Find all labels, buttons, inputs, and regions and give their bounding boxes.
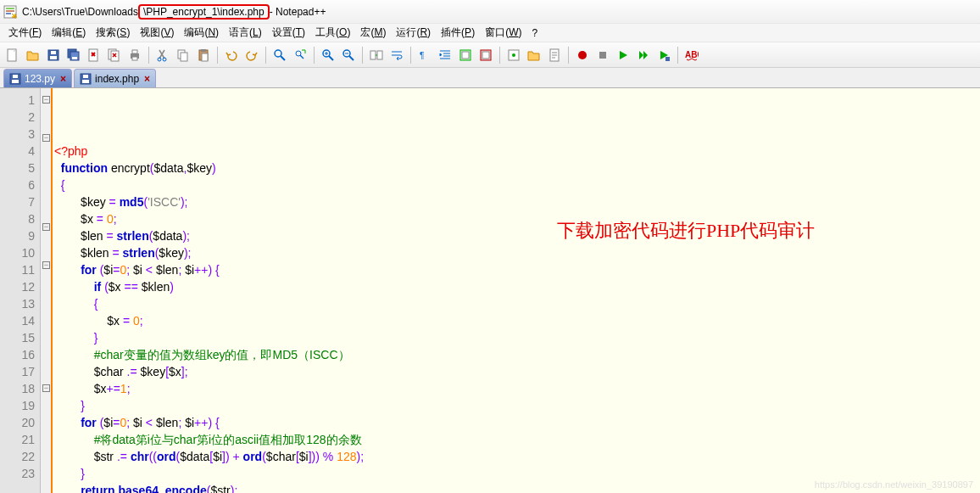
save-button[interactable] [44,46,63,64]
indent-button[interactable] [436,46,454,64]
unfold-button[interactable] [476,46,495,64]
save-all-button[interactable] [64,46,83,64]
close-all-button[interactable] [105,46,124,64]
record-button[interactable] [573,46,592,64]
tab-close-icon[interactable]: × [60,73,66,85]
toolbar-separator [568,47,569,64]
fold-button[interactable] [456,46,475,64]
code-line[interactable]: $x = 0; [54,210,980,227]
svg-rect-39 [599,52,606,59]
svg-rect-7 [51,51,56,54]
code-line[interactable]: $key = md5('ISCC'); [54,193,980,210]
new-file-button[interactable] [3,46,22,64]
redo-button[interactable] [242,46,261,64]
menu-item[interactable]: 工具(O) [310,24,355,42]
code-line[interactable]: { [54,295,980,312]
toolbar-separator [148,47,149,64]
tab[interactable]: index.php× [74,69,156,87]
toolbar-separator [314,47,315,64]
toolbar-separator [217,47,218,64]
line-number: 18 [0,380,35,397]
cut-button[interactable] [153,46,172,64]
word-wrap-button[interactable] [387,46,406,64]
menu-item[interactable]: 搜索(S) [91,24,135,42]
line-number: 13 [0,295,35,312]
open-file-button[interactable] [24,46,42,64]
paste-button[interactable] [194,46,213,64]
svg-point-24 [275,50,281,57]
menu-item[interactable]: 设置(T) [267,24,310,42]
code-line[interactable]: $len = strlen($data); [54,227,980,244]
menu-item[interactable]: 编辑(E) [47,24,91,42]
line-number: 10 [0,244,35,261]
svg-text:¶: ¶ [420,51,424,60]
code-line[interactable]: #char变量的值为数组key的值，即MD5（ISCC） [54,346,980,363]
undo-button[interactable] [222,46,241,64]
line-number: 17 [0,363,35,380]
code-line[interactable]: $x+=1; [54,380,980,397]
find-button[interactable] [270,46,289,64]
menu-item[interactable]: 宏(M) [355,24,391,42]
zoom-out-button[interactable] [339,46,358,64]
code-area[interactable]: <?php function encrypt($data,$key) { $ke… [51,88,980,493]
play-saved-button[interactable] [654,46,673,64]
tab-close-icon[interactable]: × [144,73,150,85]
menu-item[interactable]: 窗口(W) [480,24,526,42]
line-number: 9 [0,227,35,244]
svg-text:ABC: ABC [685,50,699,59]
code-line[interactable]: function encrypt($data,$key) [54,160,980,176]
tabbar: 123.py×index.php× [0,68,980,88]
menu-item[interactable]: 编码(N) [179,24,224,42]
code-line[interactable]: } [54,397,980,414]
svg-rect-20 [181,53,187,61]
code-line[interactable]: { [54,176,980,193]
svg-rect-2 [6,10,14,12]
code-line[interactable]: $str .= chr((ord($data[$i]) + ord($char[… [54,448,980,465]
code-line[interactable]: if ($x == $klen) [54,278,980,295]
code-line[interactable]: $klen = strlen($key); [54,244,980,261]
svg-rect-10 [72,57,77,59]
zoom-in-button[interactable] [319,46,337,64]
code-line[interactable]: } [54,329,980,346]
copy-button[interactable] [174,46,192,64]
menu-item[interactable]: 文件(F) [3,24,47,42]
hidden-chars-button[interactable] [504,46,523,64]
svg-rect-16 [132,57,137,60]
line-number: 5 [0,160,35,176]
folder-button[interactable] [525,46,543,64]
toolbar-separator [677,47,678,64]
show-all-button[interactable]: ¶ [415,46,434,64]
svg-point-36 [512,53,515,57]
menu-item[interactable]: 视图(V) [135,24,179,42]
sync-button[interactable] [367,46,386,64]
doc-button[interactable] [545,46,564,64]
print-button[interactable] [125,46,144,64]
code-line[interactable]: $char .= $key[$x]; [54,363,980,380]
line-number: 15 [0,329,35,346]
svg-point-38 [578,51,587,59]
code-line[interactable]: $x = 0; [54,312,980,329]
stop-button[interactable] [593,46,612,64]
code-line[interactable]: <?php [54,143,980,160]
title-path-prefix: C:\Users\True\Downloads [22,6,138,18]
code-line[interactable]: for ($i=0; $i < $len; $i++) { [54,261,980,278]
svg-rect-22 [201,49,206,52]
replace-button[interactable] [291,46,309,64]
line-number: 16 [0,346,35,363]
spellcheck-button[interactable]: ABC [682,46,701,64]
svg-rect-29 [377,51,382,59]
code-line[interactable]: #将data第i位与char第i位的ascii值相加取128的余数 [54,431,980,448]
menu-item[interactable]: ? [526,25,543,41]
play-button[interactable] [614,46,632,64]
line-number: 11 [0,261,35,278]
tab-label: 123.py [25,73,55,85]
menu-item[interactable]: 语言(L) [224,24,267,42]
play-multi-button[interactable] [634,46,653,64]
toolbar: ¶ABC [0,42,980,68]
code-line[interactable]: for ($i=0; $i < $len; $i++) { [54,414,980,431]
line-number: 21 [0,431,35,448]
menu-item[interactable]: 运行(R) [391,24,436,42]
menu-item[interactable]: 插件(P) [436,24,480,42]
tab[interactable]: 123.py× [3,69,72,87]
close-button[interactable] [85,46,103,64]
